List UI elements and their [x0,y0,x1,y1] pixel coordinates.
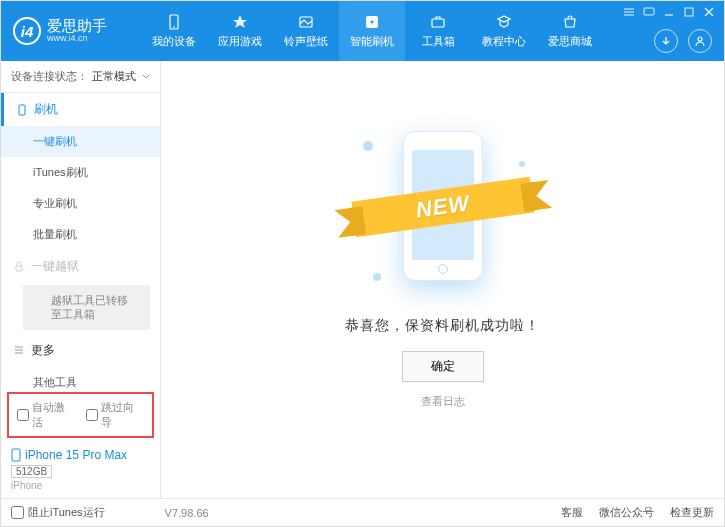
device-info: iPhone 15 Pro Max 512GB iPhone [1,442,160,499]
main-panel: NEW 恭喜您，保资料刷机成功啦！ 确定 查看日志 [161,61,724,499]
svg-rect-15 [16,266,22,271]
nav-tutorials[interactable]: 教程中心 [471,1,537,61]
options-box: 自动激活 跳过向导 [7,392,154,438]
nav-smart-flash[interactable]: 智能刷机 [339,1,405,61]
svg-rect-8 [644,8,654,15]
window-controls [622,5,716,19]
svg-point-13 [698,37,702,41]
svg-rect-19 [12,449,20,461]
user-button[interactable] [688,29,712,53]
connection-status: 设备连接状态： 正常模式 [1,61,160,93]
tutorial-icon [495,13,513,31]
submenu-pro-flash[interactable]: 专业刷机 [1,188,160,219]
flash-icon [363,13,381,31]
jailbreak-notice: 越狱工具已转移至工具箱 [23,285,150,330]
menu-group-flash[interactable]: 刷机 [1,93,160,126]
status-bar: 阻止iTunes运行 V7.98.66 客服 微信公众号 检查更新 [1,498,724,526]
maximize-icon[interactable] [682,5,696,19]
menu-group-more[interactable]: 更多 [1,334,160,367]
device-icon [165,13,183,31]
menu-icon[interactable] [622,5,636,19]
success-illustration: NEW [343,121,543,301]
chevron-down-icon[interactable] [142,73,150,81]
version-label: V7.98.66 [165,507,209,519]
footer-link-support[interactable]: 客服 [561,505,583,520]
footer-link-update[interactable]: 检查更新 [670,505,714,520]
device-type: iPhone [11,480,150,491]
phone-icon [16,104,28,116]
nav-apps-games[interactable]: 应用游戏 [207,1,273,61]
submenu-other-tools[interactable]: 其他工具 [1,367,160,388]
minimize-icon[interactable] [662,5,676,19]
submenu-one-key-flash[interactable]: 一键刷机 [1,126,160,157]
svg-rect-10 [685,8,693,16]
checkbox-block-itunes[interactable]: 阻止iTunes运行 [11,505,105,520]
svg-rect-14 [19,105,25,115]
view-log-link[interactable]: 查看日志 [421,394,465,409]
submenu-itunes-flash[interactable]: iTunes刷机 [1,157,160,188]
checkbox-skip-guide[interactable]: 跳过向导 [86,400,145,430]
toolbox-icon [429,13,447,31]
submenu-batch-flash[interactable]: 批量刷机 [1,219,160,250]
lock-icon [13,261,25,273]
success-message: 恭喜您，保资料刷机成功啦！ [345,317,540,335]
download-button[interactable] [654,29,678,53]
device-name[interactable]: iPhone 15 Pro Max [11,448,150,462]
nav-my-device[interactable]: 我的设备 [141,1,207,61]
confirm-button[interactable]: 确定 [402,351,484,382]
brand-title: 爱思助手 [47,18,107,35]
brand-subtitle: www.i4.cn [47,34,107,44]
wallpaper-icon [297,13,315,31]
checkbox-auto-activate[interactable]: 自动激活 [17,400,76,430]
close-icon[interactable] [702,5,716,19]
logo-area: i4 爱思助手 www.i4.cn [1,17,141,45]
app-icon [231,13,249,31]
nav-toolbox[interactable]: 工具箱 [405,1,471,61]
svg-rect-4 [432,19,444,27]
list-icon [13,344,25,356]
nav-ringtone-wallpaper[interactable]: 铃声壁纸 [273,1,339,61]
logo-icon: i4 [13,17,41,45]
menu-group-jailbreak[interactable]: 一键越狱 [1,250,160,283]
footer-link-wechat[interactable]: 微信公众号 [599,505,654,520]
store-icon [561,13,579,31]
nav-store[interactable]: 爱思商城 [537,1,603,61]
device-icon [11,448,21,462]
main-nav: 我的设备 应用游戏 铃声壁纸 智能刷机 工具箱 教程中心 爱思商城 [141,1,603,61]
device-storage: 512GB [11,465,52,478]
app-header: i4 爱思助手 www.i4.cn 我的设备 应用游戏 铃声壁纸 智能刷机 工具… [1,1,724,61]
sidebar: 设备连接状态： 正常模式 刷机 一键刷机 iTunes刷机 专业刷机 批量刷机 … [1,61,161,499]
feedback-icon[interactable] [642,5,656,19]
